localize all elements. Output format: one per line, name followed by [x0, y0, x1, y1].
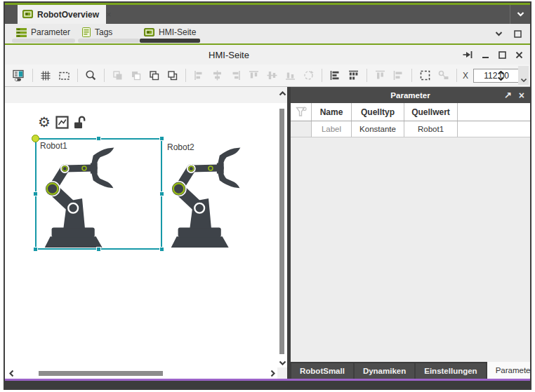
tab-hmi-seite-underline-active — [140, 39, 200, 43]
rotate-icon[interactable] — [301, 67, 315, 84]
cell-quellwert[interactable]: Robot1 — [404, 121, 458, 137]
editor-toolbar: X — [5, 65, 530, 87]
send-to-back-icon[interactable] — [165, 67, 179, 84]
editor-nav-row: Parameter Tags HMI-Seite — [5, 24, 530, 43]
toolbar-separator — [77, 69, 78, 82]
toolbar-overflow-button[interactable] — [518, 66, 529, 85]
horizontal-scroll-thumb[interactable] — [39, 371, 163, 376]
pin-icon[interactable] — [463, 50, 473, 59]
selection-handle-middle-right[interactable] — [159, 191, 164, 196]
hmi-canvas[interactable]: ⚙ Robot1 — [5, 87, 287, 379]
selection-handle-bottom-right[interactable] — [159, 247, 164, 252]
tab-list-dropdown-button[interactable] — [510, 5, 530, 24]
close-icon[interactable] — [515, 51, 523, 59]
toolbar-separator — [32, 69, 33, 82]
close-icon[interactable]: × — [519, 90, 524, 101]
same-width-icon[interactable] — [373, 67, 387, 84]
align-left-icon[interactable] — [192, 67, 206, 84]
object-action-bar: ⚙ — [38, 115, 86, 129]
status-bar — [5, 381, 530, 388]
app-window: RobotOverview × Parameter Tags HMI — [4, 1, 531, 390]
distribute-horizontal-icon[interactable] — [328, 67, 342, 84]
gear-icon[interactable]: ⚙ — [38, 115, 51, 129]
selection-handle-top-middle[interactable] — [96, 136, 101, 141]
toolbar-separator — [366, 69, 367, 82]
tags-document-icon — [82, 27, 91, 37]
selection-box[interactable]: Robot1 — [35, 138, 162, 250]
chevron-down-icon — [517, 12, 524, 17]
doc-tab-robotoverview[interactable]: RobotOverview × — [18, 5, 106, 24]
table-header-row: Name Quelltyp Quellwert — [291, 103, 530, 121]
pane-header: HMI-Seite — [5, 45, 530, 65]
tab-einstellungen[interactable]: Einstellungen — [416, 363, 485, 379]
tab-hmi-seite-label: HMI-Seite — [159, 27, 196, 37]
group-icon[interactable] — [436, 67, 450, 84]
selection-handle-top-right[interactable] — [159, 136, 164, 141]
selection-handle-bottom-left[interactable] — [33, 247, 38, 252]
send-backward-icon[interactable] — [128, 67, 143, 84]
doc-tab-label: RobotOverview — [37, 10, 99, 20]
robot2-graphic[interactable] — [166, 144, 251, 248]
scroll-left-icon[interactable] — [6, 368, 16, 378]
align-top-icon[interactable] — [246, 67, 260, 84]
vertical-scroll-thumb[interactable] — [279, 109, 284, 354]
align-bottom-icon[interactable] — [283, 67, 297, 84]
x-position-group: X — [463, 69, 522, 83]
vertical-scrollbar[interactable] — [277, 87, 287, 367]
snap-area-icon[interactable] — [57, 67, 71, 84]
float-panel-icon[interactable]: ↗ — [504, 90, 512, 100]
align-middle-icon[interactable] — [265, 67, 279, 84]
tab-parameter-label: Parameter — [31, 27, 70, 37]
maximize-icon[interactable] — [498, 51, 506, 59]
parameter-panel-header: Parameter ↗ × — [291, 87, 530, 103]
bring-to-front-icon[interactable] — [147, 67, 161, 84]
column-header-quellwert: Quellwert — [404, 103, 458, 121]
selection-handle-middle-left[interactable] — [33, 191, 38, 196]
screen-icon — [144, 28, 154, 37]
tab-parameter-panel[interactable]: Parameter — [487, 362, 531, 379]
column-header-name: Name — [312, 103, 352, 121]
canvas-top-strip — [5, 87, 287, 103]
selection-handle-bottom-middle[interactable] — [96, 247, 101, 252]
scroll-right-icon[interactable] — [268, 368, 277, 378]
tab-dynamiken[interactable]: Dynamiken — [355, 363, 414, 379]
scroll-up-icon[interactable] — [277, 88, 287, 98]
spin-down-icon[interactable] — [498, 76, 504, 81]
align-right-icon[interactable] — [228, 67, 242, 84]
dynamics-icon[interactable] — [55, 116, 69, 129]
close-icon[interactable]: × — [106, 9, 112, 20]
screen-icon — [22, 10, 33, 19]
bring-forward-icon[interactable] — [110, 67, 124, 84]
panel-body-empty — [291, 137, 530, 362]
toolbar-separator — [322, 69, 322, 82]
x-position-label: X — [463, 71, 468, 81]
document-tab-bar: RobotOverview × — [5, 5, 530, 24]
selection-mode-icon[interactable] — [418, 67, 432, 84]
column-header-empty — [458, 103, 530, 121]
scroll-down-icon[interactable] — [277, 358, 287, 367]
cell-quelltyp[interactable]: Konstante — [352, 121, 404, 137]
same-height-icon[interactable] — [391, 67, 405, 84]
zoom-icon[interactable] — [84, 67, 98, 84]
grid-icon[interactable] — [39, 67, 53, 84]
chevron-down-icon[interactable] — [495, 32, 503, 36]
table-row: Label Konstante Robot1 — [291, 121, 530, 137]
parameter-table: Name Quelltyp Quellwert Label Konstante … — [291, 103, 530, 137]
levels-toggle-icon[interactable] — [12, 67, 26, 84]
cell-empty — [458, 121, 530, 137]
panel-tab-bar: RobotSmall Dynamiken Einstellungen Param… — [291, 362, 530, 379]
row-selector-cell[interactable] — [291, 121, 312, 137]
align-center-horizontal-icon[interactable] — [210, 67, 224, 84]
spin-up-icon[interactable] — [498, 71, 504, 75]
tab-tags-underline — [78, 39, 140, 43]
distribute-vertical-icon[interactable] — [346, 67, 360, 84]
maximize-icon[interactable] — [514, 30, 522, 38]
tab-robotsmall[interactable]: RobotSmall — [291, 363, 353, 379]
toolbar-separator — [185, 69, 186, 82]
rotation-pivot-handle[interactable] — [32, 135, 39, 142]
horizontal-scrollbar[interactable] — [5, 367, 277, 379]
filter-button[interactable] — [291, 103, 312, 121]
robot1-label: Robot1 — [40, 141, 67, 151]
minimize-icon[interactable] — [482, 51, 489, 59]
unlock-icon[interactable] — [74, 116, 86, 129]
